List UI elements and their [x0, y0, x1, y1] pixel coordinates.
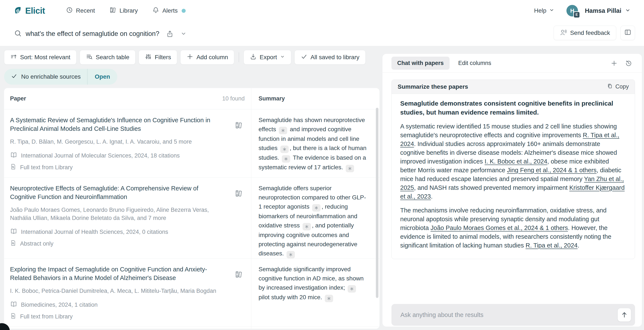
- citation-link[interactable]: Jing Feng et al., 2024 & 1 others: [507, 167, 596, 174]
- main-nav: Recent Library Alerts: [66, 7, 186, 15]
- sort-button[interactable]: Sort: Most relevant: [4, 50, 76, 64]
- chevron-down-icon[interactable]: [625, 7, 631, 14]
- export-button[interactable]: Export: [244, 50, 291, 64]
- nav-label: Alerts: [162, 7, 178, 14]
- summary-paragraph-1: A systematic review identified 15 mouse …: [400, 122, 626, 201]
- toggle-side-panel-button[interactable]: [620, 26, 635, 40]
- send-feedback-button[interactable]: Send feedback: [554, 26, 616, 40]
- bell-icon: [152, 7, 159, 15]
- summary-cell[interactable]: Semaglutide offers superior neuroprotect…: [251, 178, 380, 258]
- citation-asterisk-chip[interactable]: [325, 295, 333, 302]
- ask-placeholder: Ask anything about the results: [400, 312, 484, 318]
- paper-title[interactable]: A Systematic Review of Semaglutide's Inf…: [10, 116, 226, 133]
- all-saved-label: All saved to library: [310, 54, 360, 61]
- table-row[interactable]: A Systematic Review of Semaglutide's Inf…: [4, 110, 380, 178]
- table-row[interactable]: Effects of semaglutide on gut microbiota…: [4, 327, 380, 329]
- search-table-label: Search table: [96, 54, 129, 61]
- document-search-icon: [10, 164, 16, 172]
- summary-lead: Semaglutide demonstrates consistent cogn…: [400, 99, 626, 117]
- toolbar-divider: [239, 52, 239, 62]
- filters-button[interactable]: Filters: [139, 50, 177, 64]
- summarize-title: Summarize these papers: [398, 83, 468, 90]
- chevron-down-icon[interactable]: [180, 30, 187, 37]
- summary-paragraph-2: The mechanisms involve reducing neuroinf…: [400, 206, 626, 250]
- elicit-logo[interactable]: Elicit: [13, 5, 45, 16]
- check-icon: [11, 73, 17, 81]
- ask-input[interactable]: Ask anything about the results: [392, 304, 635, 326]
- nav-item-recent[interactable]: Recent: [66, 7, 95, 15]
- citation-asterisk-chip[interactable]: [279, 127, 287, 134]
- help-menu[interactable]: Help: [534, 7, 555, 14]
- citation-asterisk-chip[interactable]: [286, 251, 295, 258]
- books-icon: [110, 7, 116, 15]
- nav-item-alerts[interactable]: Alerts: [152, 7, 186, 15]
- export-label: Export: [260, 54, 277, 61]
- open-book-icon: [10, 228, 17, 236]
- all-saved-button[interactable]: All saved to library: [294, 50, 366, 64]
- paper-title[interactable]: Neuroprotective Effects of Semaglutide: …: [10, 184, 226, 201]
- summary-cell[interactable]: Semaglutide improves cognitive function …: [251, 327, 380, 329]
- citation-asterisk-chip[interactable]: [312, 204, 320, 212]
- summary-cell[interactable]: Semaglutide significantly improved cogni…: [251, 258, 380, 326]
- paper-authors: João Paulo Moraes Gomes, Leonardo Bruno …: [10, 206, 226, 222]
- banner-open-button[interactable]: Open: [88, 69, 118, 85]
- table-row[interactable]: Exploring the Impact of Semaglutide on C…: [4, 258, 380, 327]
- paper-journal: International Journal of Molecular Scien…: [10, 151, 226, 160]
- alerts-unread-dot: [182, 9, 186, 13]
- tab-chat-with-papers[interactable]: Chat with papers: [392, 57, 450, 70]
- copy-label: Copy: [615, 83, 629, 90]
- citation-asterisk-chip[interactable]: [282, 155, 290, 163]
- tab-edit-columns[interactable]: Edit columns: [452, 57, 497, 70]
- export-download-icon: [250, 53, 256, 62]
- open-paper-viewer-icon[interactable]: [235, 190, 242, 198]
- citation-asterisk-chip[interactable]: [348, 285, 356, 292]
- journal-text: Biomedicines, 2024, 1 citation: [21, 302, 98, 308]
- citation-asterisk-chip[interactable]: [346, 165, 354, 172]
- table-header: Paper 10 found Summary: [4, 88, 380, 110]
- access-text: Abstract only: [20, 240, 54, 247]
- search-table-button[interactable]: Search table: [80, 50, 136, 64]
- chat-panel-tabs: Chat with papers Edit columns: [382, 54, 642, 73]
- paper-column-header[interactable]: Paper 10 found: [4, 88, 251, 109]
- citation-link[interactable]: R. Tipa et al., 2024: [526, 242, 578, 249]
- summary-cell[interactable]: Semaglutide has shown neuroprotective ef…: [251, 110, 380, 178]
- summary-column-header[interactable]: Summary: [251, 88, 380, 109]
- copy-button[interactable]: Copy: [607, 83, 629, 90]
- paper-authors: I. K. Boboc, Petrica-Daniel Dumitrelea, …: [10, 287, 226, 295]
- add-column-button[interactable]: Add column: [180, 50, 234, 64]
- paper-journal: International Journal of Health Sciences…: [10, 228, 226, 236]
- enrichable-sources-banner: No enrichable sources Open: [4, 69, 117, 85]
- summarize-card: Summarize these papers Copy Semaglutide …: [392, 80, 635, 259]
- top-right: Help H E Hamsa Pillai: [534, 5, 631, 16]
- citation-link[interactable]: João Paulo Moraes Gomes et al., 2024 & 1…: [430, 224, 568, 231]
- chat-panel: Chat with papers Edit columns Summarize …: [382, 54, 642, 326]
- table-scrollbar[interactable]: [376, 108, 378, 298]
- nav-item-library[interactable]: Library: [110, 7, 138, 15]
- access-text: Full text from Library: [20, 313, 73, 320]
- sort-icon: [10, 53, 17, 62]
- open-paper-viewer-icon[interactable]: [235, 270, 242, 279]
- table-row[interactable]: Neuroprotective Effects of Semaglutide: …: [4, 178, 380, 258]
- paper-cell: Neuroprotective Effects of Semaglutide: …: [4, 178, 251, 258]
- send-button[interactable]: [618, 308, 631, 322]
- citation-asterisk-chip[interactable]: [302, 223, 311, 230]
- history-icon[interactable]: [625, 60, 632, 67]
- share-icon[interactable]: [166, 30, 174, 38]
- summarize-card-header: Summarize these papers Copy: [392, 80, 635, 94]
- results-count: 10 found: [222, 95, 245, 102]
- citation-link[interactable]: I. K. Boboc et al., 2024: [484, 158, 547, 165]
- paper-title[interactable]: Exploring the Impact of Semaglutide on C…: [10, 265, 226, 282]
- new-chat-plus-icon[interactable]: [611, 60, 618, 67]
- search-list-icon: [86, 53, 93, 62]
- open-paper-viewer-icon[interactable]: [235, 122, 242, 130]
- summary-text: pilot study with 20 mice.: [258, 294, 324, 300]
- document-search-icon: [10, 313, 16, 320]
- paper-cell: Exploring the Impact of Semaglutide on C…: [4, 258, 251, 326]
- sort-label: Sort: Most relevant: [20, 54, 70, 61]
- search-query[interactable]: what's the effect of semaglutide on cogn…: [26, 30, 160, 38]
- open-book-icon: [10, 300, 17, 309]
- avatar[interactable]: H E: [566, 5, 578, 16]
- panel-layout-icon: [624, 28, 632, 38]
- citation-asterisk-chip[interactable]: [280, 146, 289, 153]
- clock-icon: [66, 7, 73, 15]
